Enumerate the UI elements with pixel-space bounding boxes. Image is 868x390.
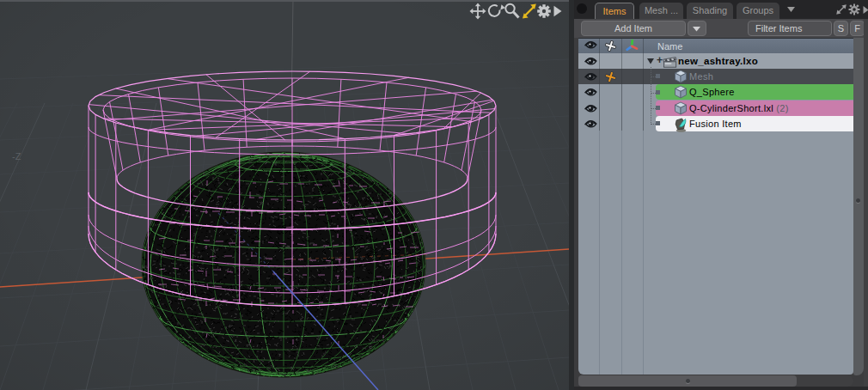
svg-text:-Z: -Z [12, 151, 21, 161]
